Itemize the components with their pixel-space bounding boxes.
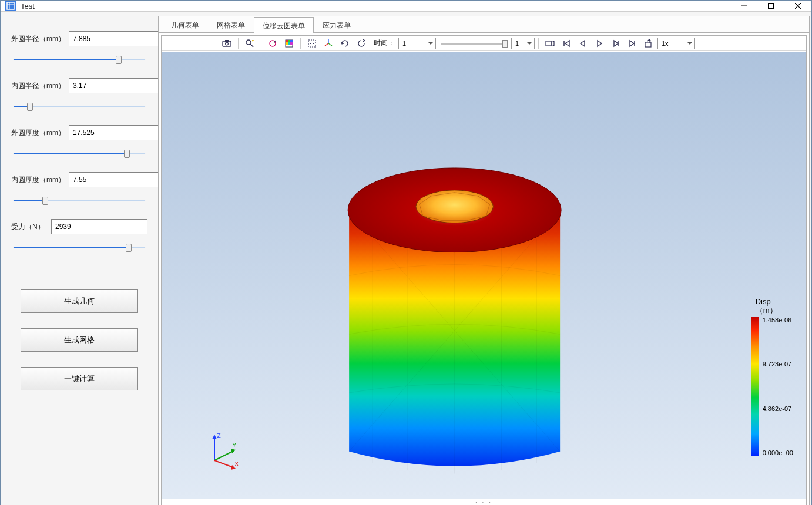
svg-rect-16 [288,42,290,45]
body-area: 外圆半径（mm） 内圆半径（mm） 外圆厚度（mm） [1,12,811,505]
next-frame-icon[interactable] [608,37,623,50]
legend-bar [751,317,759,456]
prev-frame-icon[interactable] [575,37,590,50]
inner-thickness-input[interactable] [69,172,165,187]
svg-point-6 [226,42,229,45]
force-slider[interactable] [11,241,147,253]
zoom-extent-icon[interactable] [242,37,257,50]
tab-displacement[interactable]: 位移云图表单 [254,17,314,33]
svg-line-9 [250,44,253,47]
legend-title: Disp （m） [756,298,777,315]
time-label: 时间： [374,38,395,48]
param-row-outer-radius: 外圆半径（mm） [11,31,147,46]
param-row-inner-thickness: 内圆厚度（mm） [11,172,147,187]
svg-rect-13 [288,40,290,42]
maximize-button[interactable] [757,1,784,11]
time-slider[interactable] [439,38,508,49]
rotate-icon[interactable] [337,37,353,50]
window-title: Test [21,2,730,11]
screenshot-icon[interactable] [219,37,234,50]
resize-handle[interactable]: : : : [162,500,806,505]
tab-stress[interactable]: 应力表单 [314,16,360,33]
export-icon[interactable] [641,37,656,50]
outer-radius-slider[interactable] [11,53,147,65]
svg-line-21 [325,43,328,46]
app-window: Test 外圆半径（mm） 内圆半径（mm [0,0,812,505]
svg-rect-22 [546,41,552,46]
inner-radius-slider[interactable] [11,100,147,112]
svg-text:Z: Z [217,432,221,439]
param-label: 内圆半径（mm） [11,81,65,91]
first-frame-icon[interactable] [559,37,574,50]
force-input[interactable] [51,219,147,234]
param-row-inner-radius: 内圆半径（mm） [11,78,147,93]
outer-radius-input[interactable] [69,31,165,46]
view-box: 时间： 1 1 1x [161,35,807,505]
svg-text:Y: Y [232,442,237,449]
window-controls [730,1,811,11]
outer-thickness-slider[interactable] [11,147,147,159]
close-button[interactable] [784,1,811,11]
frame-combo[interactable]: 1 [511,38,535,49]
select-icon[interactable] [265,37,280,50]
svg-rect-5 [223,41,231,46]
minimize-button[interactable] [730,1,757,11]
view-wrap: 时间： 1 1 1x [159,33,809,505]
play-icon[interactable] [592,37,607,50]
fit-view-icon[interactable] [304,37,320,50]
speed-combo[interactable]: 1x [657,38,695,49]
svg-rect-17 [290,42,293,45]
param-row-outer-thickness: 外圆厚度（mm） [11,125,147,140]
outer-thickness-input[interactable] [69,125,165,140]
param-label: 内圆厚度（mm） [11,175,65,185]
svg-line-35 [214,460,233,467]
viewer-canvas[interactable]: Z Y X Disp （m） [162,52,806,499]
svg-line-20 [328,43,332,46]
svg-rect-7 [225,40,229,42]
param-label: 外圆半径（mm） [11,34,65,44]
svg-text:X: X [234,460,239,467]
svg-rect-2 [769,4,774,9]
svg-rect-26 [645,42,651,47]
inner-thickness-slider[interactable] [11,194,147,206]
param-row-force: 受力（N） [11,219,147,234]
tab-bar: 几何表单 网格表单 位移云图表单 应力表单 [159,16,809,33]
reset-icon[interactable] [354,37,369,50]
legend-ticks: 1.458e-06 9.723e-07 4.862e-07 0.000e+00 [763,317,793,456]
axis-gizmo-icon: Z Y X [203,431,244,472]
last-frame-icon[interactable] [625,37,640,50]
svg-rect-18 [308,40,316,47]
viewer-toolbar: 时间： 1 1 1x [162,36,806,51]
displacement-plot [162,52,806,499]
compute-button[interactable]: 一键计算 [21,367,138,390]
param-label: 外圆厚度（mm） [11,128,65,138]
svg-rect-0 [7,2,14,9]
svg-point-8 [246,40,251,45]
tab-geometry[interactable]: 几何表单 [162,16,208,33]
svg-rect-15 [286,42,288,45]
axes-gizmo-icon[interactable] [321,37,336,50]
param-label: 受力（N） [11,222,48,232]
titlebar: Test [1,1,811,12]
app-icon [5,1,16,11]
colormap-icon[interactable] [281,37,297,50]
sidebar: 外圆半径（mm） 内圆半径（mm） 外圆厚度（mm） [4,16,155,505]
inner-radius-input[interactable] [69,78,165,93]
svg-rect-12 [286,40,288,42]
generate-mesh-button[interactable]: 生成网格 [21,328,138,352]
svg-line-33 [214,451,233,460]
main-panel: 几何表单 网格表单 位移云图表单 应力表单 [158,16,810,505]
generate-geometry-button[interactable]: 生成几何 [21,289,138,313]
svg-rect-14 [290,40,293,42]
time-combo[interactable]: 1 [398,38,436,49]
color-legend: Disp （m） 1.458e-06 9.723e-07 4.862e-07 0… [751,298,793,456]
record-icon[interactable] [542,37,558,50]
tab-mesh[interactable]: 网格表单 [208,16,254,33]
